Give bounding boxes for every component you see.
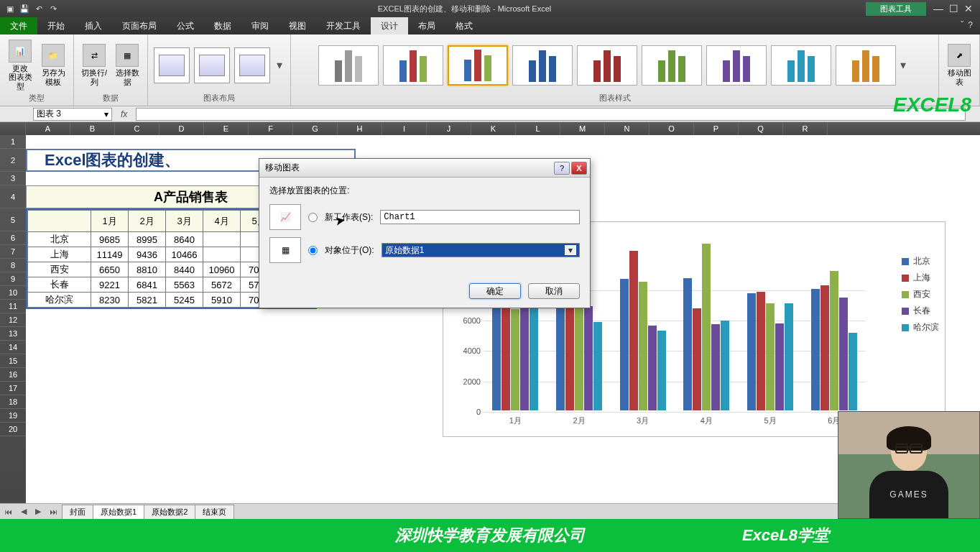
col-header[interactable]: H bbox=[338, 122, 382, 135]
tab-view[interactable]: 视图 bbox=[279, 17, 316, 34]
move-chart-button[interactable]: ⬈移动图表 bbox=[945, 44, 974, 86]
formula-input[interactable] bbox=[136, 108, 966, 121]
tab-file[interactable]: 文件 bbox=[0, 17, 37, 34]
chart-style-2[interactable] bbox=[383, 45, 443, 86]
row-header[interactable]: 7 bbox=[0, 245, 26, 259]
sheet-tab-data2[interactable]: 原始数据2 bbox=[144, 505, 195, 519]
tab-home[interactable]: 开始 bbox=[37, 17, 75, 34]
sheet-nav-next-icon[interactable]: ▶ bbox=[31, 507, 45, 516]
radio-object-in[interactable] bbox=[308, 246, 318, 255]
combo-object-sheet[interactable]: 原始数据1▾ bbox=[382, 243, 580, 257]
row-header[interactable]: 11 bbox=[0, 300, 26, 313]
chart-layout-1[interactable] bbox=[154, 47, 190, 83]
chart-style-8[interactable] bbox=[771, 45, 831, 86]
fx-icon[interactable]: fx bbox=[121, 109, 127, 119]
col-header[interactable]: G bbox=[293, 122, 338, 135]
row-header[interactable]: 1 bbox=[0, 135, 26, 149]
row-header[interactable]: 4 bbox=[0, 185, 26, 208]
col-header[interactable]: E bbox=[204, 122, 249, 135]
tab-developer[interactable]: 开发工具 bbox=[316, 17, 371, 34]
y-tick: 2000 bbox=[458, 377, 481, 386]
col-header[interactable]: A bbox=[26, 122, 70, 135]
chevron-down-icon[interactable]: ▾ bbox=[104, 109, 108, 119]
row-header[interactable]: 9 bbox=[0, 272, 26, 286]
row-header[interactable]: 17 bbox=[0, 382, 26, 395]
row-header[interactable]: 19 bbox=[0, 409, 26, 423]
save-template-button[interactable]: 📁另存为 模板 bbox=[39, 44, 68, 86]
radio-new-sheet[interactable] bbox=[308, 213, 318, 222]
chart-style-6[interactable] bbox=[642, 45, 702, 86]
row-header[interactable]: 16 bbox=[0, 368, 26, 382]
sheet-tab-end[interactable]: 结束页 bbox=[195, 505, 234, 519]
col-header[interactable]: L bbox=[516, 122, 560, 135]
tab-page-layout[interactable]: 页面布局 bbox=[112, 17, 167, 34]
tab-formula[interactable]: 公式 bbox=[167, 17, 204, 34]
row-header[interactable]: 18 bbox=[0, 395, 26, 409]
minimize-icon[interactable]: — bbox=[933, 3, 943, 14]
tab-design[interactable]: 设计 bbox=[371, 17, 408, 34]
chart-layout-3[interactable] bbox=[234, 47, 270, 83]
chart-style-4[interactable] bbox=[512, 45, 573, 86]
row-header[interactable]: 12 bbox=[0, 313, 26, 327]
col-header[interactable]: R bbox=[783, 122, 828, 135]
tab-chart-layout[interactable]: 布局 bbox=[408, 17, 445, 34]
col-header[interactable]: K bbox=[471, 122, 516, 135]
styles-more-icon[interactable]: ▾ bbox=[900, 58, 912, 72]
row-header[interactable]: 8 bbox=[0, 259, 26, 272]
col-header[interactable]: C bbox=[115, 122, 160, 135]
col-header[interactable]: D bbox=[160, 122, 204, 135]
sheet-tab-cover[interactable]: 封面 bbox=[62, 505, 93, 519]
save-icon[interactable]: 💾 bbox=[19, 3, 30, 14]
change-chart-type-button[interactable]: 📊更改 图表类型 bbox=[6, 40, 34, 90]
col-header[interactable]: J bbox=[427, 122, 471, 135]
layout-more-icon[interactable]: ▾ bbox=[274, 58, 285, 72]
chevron-down-icon[interactable]: ▾ bbox=[565, 245, 576, 255]
row-header[interactable]: 6 bbox=[0, 231, 26, 245]
help-icon[interactable]: ? bbox=[968, 20, 973, 32]
dialog-close-icon[interactable]: X bbox=[571, 162, 587, 175]
select-data-button[interactable]: ▦选择数据 bbox=[113, 44, 142, 86]
tab-insert[interactable]: 插入 bbox=[75, 17, 112, 34]
sheet-tab-data1[interactable]: 原始数据1 bbox=[93, 505, 144, 519]
tab-data[interactable]: 数据 bbox=[204, 17, 241, 34]
col-header[interactable]: I bbox=[382, 122, 427, 135]
chart-style-3[interactable] bbox=[448, 45, 508, 86]
ribbon-min-icon[interactable]: ˇ bbox=[961, 20, 963, 32]
cancel-button[interactable]: 取消 bbox=[528, 283, 580, 299]
undo-icon[interactable]: ↶ bbox=[33, 3, 45, 14]
col-header[interactable]: Q bbox=[739, 122, 783, 135]
ok-button[interactable]: 确定 bbox=[469, 283, 521, 299]
select-all[interactable] bbox=[0, 122, 26, 135]
col-header[interactable]: F bbox=[249, 122, 293, 135]
sheet-nav-prev-icon[interactable]: ◀ bbox=[17, 507, 31, 516]
chart-layout-2[interactable] bbox=[194, 47, 230, 83]
row-header[interactable]: 3 bbox=[0, 172, 26, 185]
sheet-nav-first-icon[interactable]: ⏮ bbox=[0, 507, 17, 516]
row-header[interactable]: 15 bbox=[0, 354, 26, 368]
dialog-help-icon[interactable]: ? bbox=[554, 162, 570, 175]
maximize-icon[interactable]: ☐ bbox=[949, 3, 958, 14]
name-box[interactable]: 图表 3▾ bbox=[33, 108, 112, 121]
redo-icon[interactable]: ↷ bbox=[47, 3, 59, 14]
row-header[interactable]: 10 bbox=[0, 286, 26, 300]
tab-format[interactable]: 格式 bbox=[445, 17, 483, 34]
col-header[interactable]: B bbox=[70, 122, 115, 135]
row-header[interactable]: 2 bbox=[0, 149, 26, 172]
col-header[interactable]: M bbox=[560, 122, 605, 135]
col-header[interactable]: N bbox=[605, 122, 650, 135]
chart-style-9[interactable] bbox=[836, 45, 896, 86]
input-new-sheet-name[interactable] bbox=[380, 210, 580, 224]
col-header[interactable]: P bbox=[694, 122, 739, 135]
switch-row-col-button[interactable]: ⇄切换行/列 bbox=[80, 44, 108, 86]
row-header[interactable]: 5 bbox=[0, 208, 26, 231]
col-header[interactable]: O bbox=[650, 122, 694, 135]
close-icon[interactable]: ✕ bbox=[964, 3, 973, 14]
row-header[interactable]: 20 bbox=[0, 423, 26, 436]
row-header[interactable]: 13 bbox=[0, 327, 26, 341]
sheet-nav-last-icon[interactable]: ⏭ bbox=[45, 507, 62, 516]
chart-style-1[interactable] bbox=[318, 45, 379, 86]
chart-style-7[interactable] bbox=[706, 45, 767, 86]
chart-style-5[interactable] bbox=[577, 45, 637, 86]
tab-review[interactable]: 审阅 bbox=[241, 17, 279, 34]
row-header[interactable]: 14 bbox=[0, 341, 26, 354]
